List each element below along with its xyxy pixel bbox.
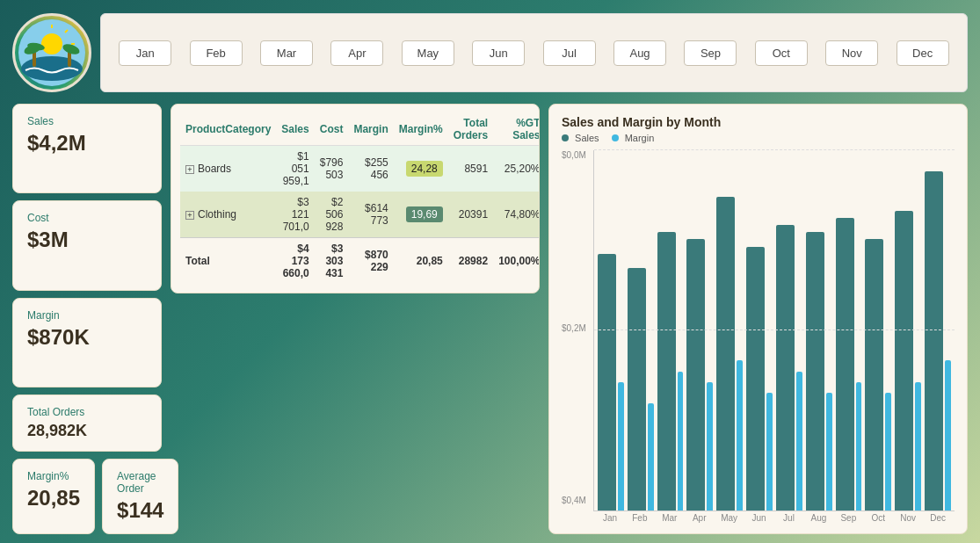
kpi-margin-pct-label: Margin%: [27, 470, 80, 482]
cell-boards-orders: 8591: [448, 146, 493, 192]
bar-group-jun: [746, 154, 773, 510]
bar-margin-sep: [856, 382, 862, 510]
cell-clothing-margin: $614 773: [348, 192, 393, 238]
month-feb[interactable]: Feb: [190, 40, 243, 66]
month-dec[interactable]: Dec: [897, 40, 949, 66]
kpi-margin: Margin $870K: [12, 298, 162, 387]
month-nov[interactable]: Nov: [825, 40, 878, 66]
bar-sales-feb: [628, 268, 646, 510]
th-gt-sales: %GT Sales: [493, 113, 540, 146]
cell-clothing-gt: 74,80%: [493, 192, 540, 238]
cell-total-sales: $4 173 660,0: [276, 238, 314, 285]
bar-group-aug: [806, 154, 832, 510]
cell-boards-margin-pct: 24,28: [394, 146, 448, 192]
kpi-row-1: Total Orders 28,982K: [12, 395, 162, 452]
y-axis: $0,4M $0,2M $0,0M: [562, 150, 593, 523]
kpi-sales-label: Sales: [27, 115, 147, 127]
bar-sales-may: [716, 197, 735, 510]
cell-clothing-margin-pct: 19,69: [394, 192, 448, 238]
kpi-row-2: Margin% 20,85 Average Order $144: [12, 459, 162, 534]
y-label-bot: $0,0M: [562, 150, 593, 160]
bar-margin-dec: [945, 360, 951, 510]
bar-group-feb: [628, 154, 654, 510]
bar-group-mar: [657, 154, 684, 510]
legend-sales: Sales: [562, 133, 599, 143]
cell-total-gt: 100,00%: [493, 238, 540, 285]
expand-clothing-icon[interactable]: +: [185, 211, 194, 220]
bar-sales-jan: [598, 254, 616, 510]
kpi-avg-order-label: Average Order: [117, 470, 163, 495]
x-label-feb: Feb: [627, 513, 653, 523]
month-oct[interactable]: Oct: [755, 40, 808, 66]
y-label-mid: $0,2M: [562, 323, 593, 333]
bar-margin-feb: [648, 403, 654, 510]
bar-margin-nov: [915, 382, 921, 510]
bar-chart-wrapper: $0,4M $0,2M $0,0M JanFebMarAprMayJunJulA…: [562, 150, 955, 523]
x-label-jun: Jun: [746, 513, 773, 523]
bar-margin-jul: [796, 372, 802, 510]
kpi-total-orders-label: Total Orders: [27, 406, 147, 418]
x-label-sep: Sep: [835, 513, 861, 523]
bar-sales-jun: [746, 247, 765, 510]
legend-sales-dot: [562, 134, 569, 141]
content-area: Sales $4,2M Cost $3M Margin $870K Total …: [12, 104, 968, 534]
kpi-margin-pct: Margin% 20,85: [12, 459, 95, 534]
bar-group-jul: [776, 154, 802, 510]
svg-point-2: [41, 33, 62, 54]
month-mar[interactable]: Mar: [260, 40, 313, 66]
dashboard: // months rendered inline below Jan Feb …: [0, 0, 980, 543]
bar-sales-nov: [895, 211, 913, 510]
kpi-cost: Cost $3M: [12, 200, 162, 290]
middle-panel: ProductCategory Sales Cost Margin Margin…: [171, 104, 540, 534]
chart-content: JanFebMarAprMayJunJulAugSepOctNovDec: [593, 150, 955, 523]
kpi-column: Sales $4,2M Cost $3M Margin $870K Total …: [12, 104, 162, 534]
product-table-card: ProductCategory Sales Cost Margin Margin…: [171, 104, 540, 293]
bar-sales-mar: [657, 232, 676, 510]
th-category: ProductCategory: [180, 113, 276, 146]
cell-total-margin: $870 229: [348, 238, 393, 285]
top-bar: // months rendered inline below Jan Feb …: [12, 9, 968, 97]
bar-sales-jul: [776, 225, 795, 510]
x-label-mar: Mar: [657, 513, 683, 523]
bar-margin-apr: [707, 382, 713, 510]
x-label-jul: Jul: [776, 513, 802, 523]
logo: [12, 13, 91, 92]
bar-margin-oct: [885, 393, 891, 510]
x-labels: JanFebMarAprMayJunJulAugSepOctNovDec: [593, 511, 955, 523]
month-apr[interactable]: Apr: [330, 40, 383, 66]
month-jan[interactable]: Jan: [119, 40, 171, 66]
month-filter: // months rendered inline below Jan Feb …: [100, 13, 968, 92]
month-aug[interactable]: Aug: [613, 40, 666, 66]
table-row-total: Total $4 173 660,0 $3 303 431 $870 229 2…: [180, 238, 540, 285]
gridline-mid: [594, 329, 955, 330]
table-row-clothing: +Clothing $3 121 701,0 $2 506 928 $614 7…: [180, 192, 540, 238]
kpi-margin-pct-value: 20,85: [27, 486, 80, 510]
kpi-margin-value: $870K: [27, 325, 147, 350]
th-total-orders: Total Orders: [448, 113, 493, 146]
cell-total-margin-pct: 20,85: [394, 238, 448, 285]
chart-title: Sales and Margin by Month: [562, 115, 955, 129]
bar-group-sep: [836, 154, 862, 510]
legend-margin-dot: [612, 134, 619, 141]
x-label-oct: Oct: [865, 513, 891, 523]
month-may[interactable]: May: [402, 40, 454, 66]
bar-margin-jan: [618, 382, 624, 510]
x-label-jan: Jan: [597, 513, 623, 523]
bar-margin-may: [737, 360, 743, 510]
bar-margin-mar: [678, 372, 684, 510]
bar-group-nov: [895, 154, 921, 510]
bar-group-dec: [925, 154, 951, 510]
th-sales: Sales: [276, 113, 314, 146]
cell-total-category: Total: [180, 238, 276, 285]
bar-sales-sep: [836, 218, 854, 510]
bar-sales-aug: [806, 232, 824, 510]
month-sep[interactable]: Sep: [684, 40, 737, 66]
y-label-top: $0,4M: [562, 496, 593, 505]
month-jul[interactable]: Jul: [543, 40, 596, 66]
expand-boards-icon[interactable]: +: [185, 165, 194, 174]
product-table: ProductCategory Sales Cost Margin Margin…: [180, 113, 540, 284]
kpi-cost-label: Cost: [27, 212, 147, 224]
cell-clothing-cost: $2 506 928: [315, 192, 349, 238]
th-cost: Cost: [315, 113, 349, 146]
month-jun[interactable]: Jun: [472, 40, 525, 66]
